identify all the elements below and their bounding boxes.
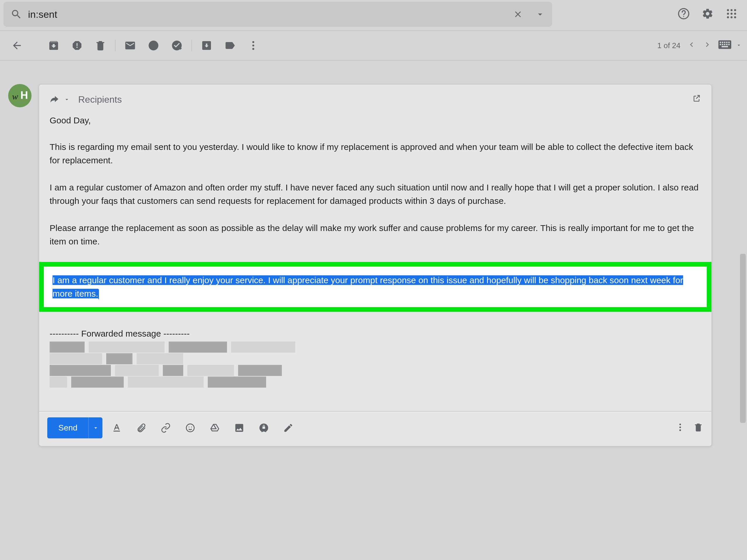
add-to-tasks-button[interactable] <box>165 37 188 54</box>
compose-footer: Send <box>39 411 712 446</box>
body-paragraph[interactable]: This is regarding my email sent to you y… <box>50 140 701 167</box>
send-options-button[interactable] <box>88 417 102 438</box>
header-right <box>677 7 744 21</box>
svg-point-5 <box>727 13 729 15</box>
message-toolbar: 1 of 24 <box>0 31 747 60</box>
svg-rect-20 <box>720 44 721 45</box>
insert-drive-icon[interactable] <box>205 420 225 435</box>
svg-rect-24 <box>728 44 730 45</box>
compose-body[interactable]: Good Day, This is regarding my email sen… <box>39 110 712 312</box>
emoji-icon[interactable] <box>180 420 201 435</box>
apps-icon[interactable] <box>725 7 738 21</box>
redacted-line <box>50 365 701 376</box>
svg-point-10 <box>734 16 736 18</box>
content-row: w H Recipients Good Day, This is regardi… <box>0 61 747 447</box>
sender-avatar[interactable]: w H <box>8 84 31 107</box>
search-input[interactable] <box>22 9 507 20</box>
forwarded-header: ---------- Forwarded message --------- <box>50 329 701 339</box>
avatar-letter: w <box>12 91 18 102</box>
svg-point-28 <box>191 426 192 427</box>
send-button-group: Send <box>47 417 102 438</box>
greeting-line[interactable]: Good Day, <box>50 114 701 128</box>
archive-button[interactable] <box>42 37 66 54</box>
toolbar-right: 1 of 24 <box>657 40 742 51</box>
insert-photo-icon[interactable] <box>229 420 250 435</box>
redacted-line <box>50 377 701 388</box>
insert-signature-icon[interactable] <box>278 420 299 435</box>
selected-text[interactable]: I am a regular customer and I really enj… <box>53 275 683 299</box>
insert-link-icon[interactable] <box>156 420 176 435</box>
svg-point-13 <box>252 48 254 50</box>
send-button[interactable]: Send <box>47 417 88 438</box>
svg-point-29 <box>679 424 681 425</box>
help-icon[interactable] <box>677 7 690 21</box>
compose-more-icon[interactable] <box>675 422 685 433</box>
avatar-letter: H <box>20 89 28 102</box>
svg-rect-22 <box>724 44 725 45</box>
svg-point-31 <box>679 429 681 431</box>
svg-point-1 <box>683 16 684 17</box>
svg-point-7 <box>734 13 736 15</box>
confidential-mode-icon[interactable] <box>254 420 274 435</box>
svg-point-4 <box>734 9 736 11</box>
svg-point-26 <box>186 424 194 432</box>
snooze-button[interactable] <box>142 37 165 54</box>
text-cursor <box>98 289 99 299</box>
page-prev-button[interactable] <box>687 40 696 51</box>
search-box[interactable] <box>3 2 552 27</box>
svg-point-6 <box>731 13 733 15</box>
compose-card: Recipients Good Day, This is regarding m… <box>38 84 712 447</box>
svg-point-3 <box>731 9 733 11</box>
discard-draft-icon[interactable] <box>693 422 703 433</box>
more-button[interactable] <box>241 37 265 54</box>
svg-rect-21 <box>722 44 723 45</box>
formatting-icon[interactable] <box>106 420 127 435</box>
svg-rect-16 <box>722 42 723 43</box>
popout-icon[interactable] <box>692 94 701 105</box>
input-tools-caret-icon[interactable] <box>738 41 742 50</box>
clear-search-icon[interactable] <box>513 9 523 19</box>
input-tools-icon[interactable] <box>718 40 731 51</box>
svg-point-2 <box>727 9 729 11</box>
recipients-label[interactable]: Recipients <box>78 94 122 105</box>
forwarded-block[interactable]: ---------- Forwarded message --------- <box>39 312 712 411</box>
redacted-line <box>50 342 701 353</box>
highlighted-selection-frame: I am a regular customer and I really enj… <box>39 262 712 312</box>
recipients-row[interactable]: Recipients <box>39 85 712 110</box>
settings-icon[interactable] <box>701 7 714 21</box>
forward-icon <box>50 94 60 105</box>
page-next-button[interactable] <box>703 40 712 51</box>
svg-point-8 <box>727 16 729 18</box>
pager-count: 1 of 24 <box>657 41 680 50</box>
svg-rect-17 <box>724 42 725 43</box>
svg-rect-23 <box>726 44 728 45</box>
labels-button[interactable] <box>218 37 241 54</box>
search-icon <box>10 8 22 20</box>
toolbar-separator <box>191 40 192 51</box>
svg-rect-19 <box>728 42 730 43</box>
mark-unread-button[interactable] <box>119 37 142 54</box>
svg-rect-18 <box>726 42 728 43</box>
svg-point-27 <box>188 426 189 427</box>
reply-type-caret-icon[interactable] <box>63 94 70 105</box>
svg-rect-25 <box>722 46 728 47</box>
svg-point-30 <box>679 426 681 428</box>
delete-button[interactable] <box>89 37 112 54</box>
redacted-line <box>50 353 701 364</box>
search-options-icon[interactable] <box>535 9 545 19</box>
back-button[interactable] <box>5 37 29 54</box>
report-spam-button[interactable] <box>66 37 89 54</box>
toolbar-separator <box>115 40 115 51</box>
attach-icon[interactable] <box>131 420 151 435</box>
svg-point-12 <box>252 45 254 47</box>
body-paragraph[interactable]: I am a regular customer of Amazon and of… <box>50 181 701 208</box>
body-paragraph[interactable]: Please arrange the replacement as soon a… <box>50 221 701 248</box>
scrollbar-thumb[interactable] <box>740 254 746 423</box>
header-search-row <box>0 0 747 29</box>
svg-rect-15 <box>720 42 721 43</box>
svg-point-11 <box>252 41 254 43</box>
svg-point-9 <box>731 16 733 18</box>
compose-footer-right <box>675 422 703 433</box>
move-to-button[interactable] <box>195 37 218 54</box>
